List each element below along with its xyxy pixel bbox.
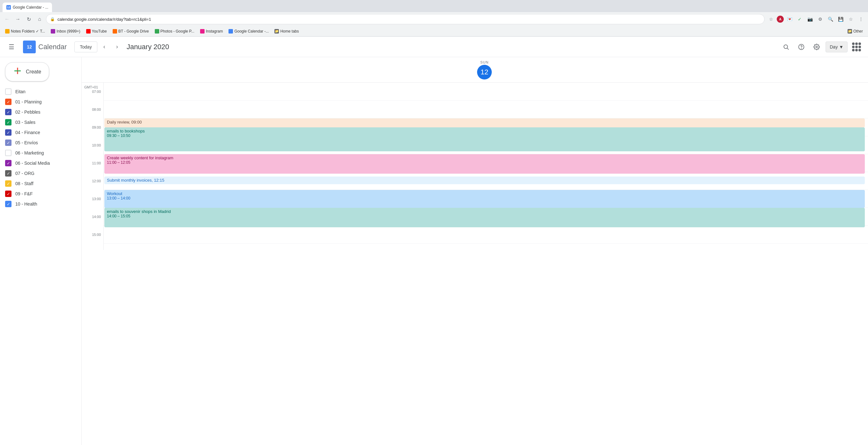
time-label: 08:00 xyxy=(82,107,103,125)
calendar-checkbox[interactable] xyxy=(5,88,11,95)
extension-icon-2[interactable]: 💌 xyxy=(785,15,794,24)
calendar-checkbox[interactable]: ✓ xyxy=(5,180,11,187)
extension-icon-7[interactable]: 💾 xyxy=(836,15,845,24)
event-0[interactable]: Daily review, 09:00 xyxy=(104,118,865,127)
calendar-checkbox[interactable]: ✓ xyxy=(5,99,11,105)
calendar-item-1[interactable]: ✓01 - Planning xyxy=(3,97,79,107)
bookmark-youtube[interactable]: YouTube xyxy=(84,27,110,35)
event-2[interactable]: Create weekly content for instagram11:00… xyxy=(104,154,865,174)
svg-point-0 xyxy=(784,45,788,49)
bookmark-label: BT - Google Drive xyxy=(118,29,149,33)
tab-title: Google Calendar - ... xyxy=(13,5,48,9)
svg-point-4 xyxy=(816,46,817,48)
calendar-item-8[interactable]: ✓07 - ORG xyxy=(3,168,79,178)
calendar-checkbox[interactable]: ✓ xyxy=(5,109,11,115)
bookmark-instagram[interactable]: Instagram xyxy=(197,27,225,35)
extension-icon-1[interactable]: A xyxy=(777,16,784,23)
event-3[interactable]: Submit monthly invoices, 12:15 xyxy=(104,177,865,184)
extension-icon-5[interactable]: ⚙ xyxy=(816,15,825,24)
app-header: ☰ 12 Calendar Today ‹ › January 2020 Da xyxy=(0,37,868,57)
forward-button[interactable]: → xyxy=(13,15,22,24)
event-title: Workout xyxy=(107,191,862,196)
event-time: 13:00 – 14:00 xyxy=(107,196,862,201)
calendar-item-0[interactable]: Eitan xyxy=(3,87,79,97)
event-time: 11:00 – 12:05 xyxy=(107,160,862,165)
bookmark-gcal[interactable]: Google Calendar -... xyxy=(226,27,271,35)
calendar-label: 07 - ORG xyxy=(15,171,34,176)
extension-icon-3[interactable]: ✓ xyxy=(795,15,804,24)
header-right: Day ▼ xyxy=(780,40,863,53)
event-4[interactable]: Workout13:00 – 14:00 xyxy=(104,190,865,208)
time-label: 11:00 xyxy=(82,160,103,178)
calendar-checkbox[interactable] xyxy=(5,150,11,156)
calendar-checkbox[interactable]: ✓ xyxy=(5,160,11,166)
browser-chrome: 12 Google Calendar - ... ← → ↻ ⌂ 🔒 calen… xyxy=(0,0,868,37)
bookmark-other[interactable]: 📁 Other xyxy=(845,27,865,35)
calendar-item-5[interactable]: ✓05 - Envíos xyxy=(3,138,79,148)
svg-point-3 xyxy=(801,48,802,48)
bookmark-inbox[interactable]: Inbox (9999+) xyxy=(48,27,83,35)
bookmark-bt[interactable]: BT - Google Drive xyxy=(110,27,152,35)
time-label: 09:00 xyxy=(82,125,103,143)
bookmark-favicon-bt xyxy=(113,29,117,33)
calendar-label: 09 - F&F xyxy=(15,191,33,196)
address-bar[interactable]: 🔒 calendar.google.com/calendar/r/day?tab… xyxy=(46,14,765,24)
chevron-down-icon: ▼ xyxy=(839,44,843,50)
active-tab[interactable]: 12 Google Calendar - ... xyxy=(3,3,52,12)
calendar-item-11[interactable]: ✓10 - Health xyxy=(3,199,79,209)
back-button[interactable]: ← xyxy=(3,15,11,24)
google-calendar-app: ☰ 12 Calendar Today ‹ › January 2020 Da xyxy=(0,37,868,445)
calendar-checkbox[interactable]: ✓ xyxy=(5,201,11,207)
extension-icon-4[interactable]: 📷 xyxy=(805,15,814,24)
calendar-checkbox[interactable]: ✓ xyxy=(5,140,11,146)
calendar-item-7[interactable]: ✓06 - Social Media xyxy=(3,158,79,168)
calendar-checkbox[interactable]: ✓ xyxy=(5,190,11,197)
extension-icon-6[interactable]: 🔍 xyxy=(826,15,835,24)
bookmark-hometabs[interactable]: 📁 Home tabs xyxy=(272,27,301,35)
calendar-item-9[interactable]: ✓08 - Staff xyxy=(3,178,79,189)
events-column: Daily review, 09:00emails to bookshops09… xyxy=(103,83,868,250)
extension-icon-8[interactable]: ☆ xyxy=(846,15,855,24)
next-period-button[interactable]: › xyxy=(112,41,123,53)
bookmark-photos[interactable]: Photos - Google P... xyxy=(152,27,197,35)
logo-area: 12 Calendar xyxy=(23,40,67,53)
create-button[interactable]: Create xyxy=(5,62,49,81)
today-button[interactable]: Today xyxy=(74,41,97,52)
more-button[interactable]: ⋮ xyxy=(857,15,865,24)
event-1[interactable]: emails to bookshops09:30 – 10:50 xyxy=(104,127,865,151)
bookmark-notes[interactable]: Notes Folders ✓ T... xyxy=(3,27,48,35)
create-plus-icon xyxy=(13,66,22,77)
calendar-label: 04 - Finance xyxy=(15,130,40,135)
calendar-item-3[interactable]: ✓03 - Sales xyxy=(3,117,79,127)
calendar-label: 05 - Envíos xyxy=(15,140,38,145)
reload-button[interactable]: ↻ xyxy=(24,15,33,24)
calendar-checkbox[interactable]: ✓ xyxy=(5,129,11,136)
calendar-item-10[interactable]: ✓09 - F&F xyxy=(3,189,79,199)
search-button[interactable] xyxy=(780,40,793,53)
help-button[interactable] xyxy=(795,40,808,53)
calendar-label: 10 - Health xyxy=(15,202,37,207)
star-button[interactable]: ☆ xyxy=(767,15,775,24)
create-label: Create xyxy=(26,69,41,75)
event-5[interactable]: emails to souvenir shops in Madrid14:00 … xyxy=(104,208,865,227)
bookmark-label: Inbox (9999+) xyxy=(57,29,80,33)
calendar-checkbox[interactable]: ✓ xyxy=(5,119,11,125)
apps-button[interactable] xyxy=(850,40,863,53)
bookmark-label: Other xyxy=(853,29,863,33)
settings-button[interactable] xyxy=(810,40,823,53)
prev-period-button[interactable]: ‹ xyxy=(99,41,110,53)
time-label: 14:00 xyxy=(82,214,103,232)
calendar-item-4[interactable]: ✓04 - Finance xyxy=(3,127,79,138)
home-button[interactable]: ⌂ xyxy=(35,15,44,24)
bookmarks-bar: Notes Folders ✓ T... Inbox (9999+) YouTu… xyxy=(0,26,868,36)
view-selector[interactable]: Day ▼ xyxy=(826,41,847,52)
calendar-item-2[interactable]: ✓02 - Pebbles xyxy=(3,107,79,117)
menu-button[interactable]: ☰ xyxy=(5,40,18,53)
calendar-checkbox[interactable]: ✓ xyxy=(5,170,11,177)
calendar-item-6[interactable]: 06 - Marketing xyxy=(3,148,79,158)
bookmark-label: Home tabs xyxy=(280,29,299,33)
day-number[interactable]: 12 xyxy=(477,65,492,80)
time-label: 15:00 xyxy=(82,232,103,250)
time-grid: GMT+01 07:0008:0009:0010:0011:0012:0013:… xyxy=(82,83,868,250)
time-label: 07:00 xyxy=(82,89,103,107)
